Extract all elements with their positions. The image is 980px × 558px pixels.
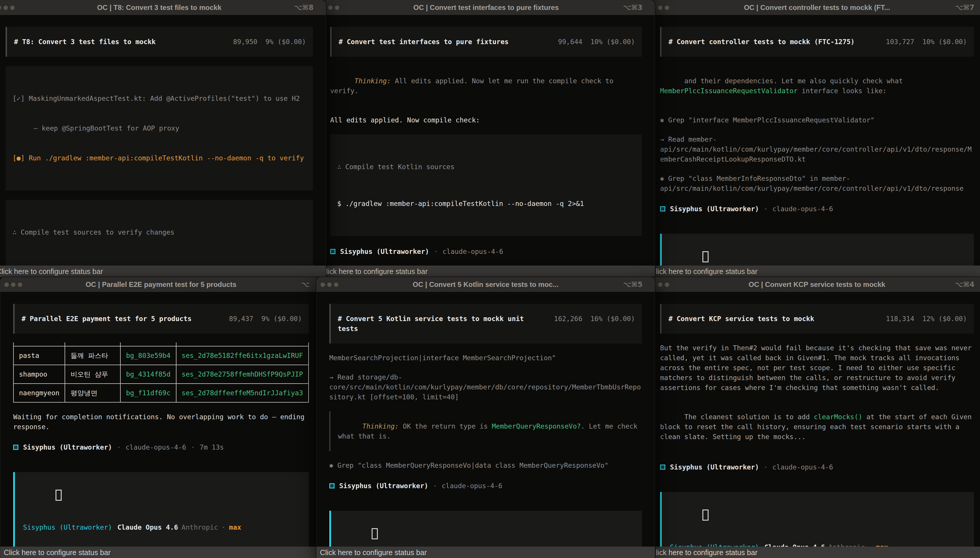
table-row: pasta 들깨 파스타 bg_803e59b4 ses_2d78e5182ff… xyxy=(13,346,309,365)
text-cursor xyxy=(56,490,62,501)
terminal-window-t8: OC | T8: Convert 3 test files to mockk ⌥… xyxy=(0,0,326,277)
window-title: OC | Parallel E2E payment test for 5 pro… xyxy=(21,281,301,289)
agent-name: Sisyphus (Ultraworker) xyxy=(340,246,429,256)
table-cell: bg_4314f85d xyxy=(120,365,176,384)
text-cursor xyxy=(372,528,378,539)
todo-active-item: [●] Run ./gradlew :member-api:compileTes… xyxy=(13,153,306,163)
close-button[interactable] xyxy=(4,282,9,287)
table-row: naengmyeon 평양냉면 bg_f11df69c ses_2d78dffe… xyxy=(13,384,309,402)
agent-status-line: Sisyphus (Ultraworker) · claude-opus-4-6 xyxy=(330,246,642,256)
terminal-window-kcp: OC | Convert KCP service tests to mockk … xyxy=(647,277,980,558)
agent-model: claude-opus-4-6 xyxy=(443,246,504,256)
session-header: # Convert KCP service tests to mockk 118… xyxy=(660,304,974,334)
window-titlebar[interactable]: OC | Convert controller tests to mockk (… xyxy=(647,0,980,15)
minimize-button[interactable] xyxy=(11,282,15,287)
input-mode-badge: max xyxy=(229,524,241,531)
token-stats: 99,644 10% ($0.00) xyxy=(558,37,635,47)
agent-model: claude-opus-4-6 xyxy=(773,204,833,214)
shell-description: ∴ Compile test sources to verify changes xyxy=(13,227,306,237)
zoom-button[interactable] xyxy=(334,282,338,287)
session-title: # Convert 5 Kotlin service tests to mock… xyxy=(338,314,530,334)
results-table: pasta 들깨 파스타 bg_803e59b4 ses_2d78e5182ff… xyxy=(13,342,309,402)
window-controls xyxy=(320,282,338,287)
minimize-button[interactable] xyxy=(328,5,333,10)
agent-name: Sisyphus (Ultraworker) xyxy=(23,442,112,452)
close-button[interactable] xyxy=(320,282,325,287)
zoom-button[interactable] xyxy=(665,282,669,287)
statusbar-config-button[interactable]: Click here to configure status bar xyxy=(317,547,655,558)
zoom-button[interactable] xyxy=(335,5,339,10)
clipped-output-line: MemberSearchProjection|interface MemberS… xyxy=(329,353,642,363)
table-cell: shampoo xyxy=(13,365,65,384)
shell-description: ∴ Compile test Kotlin sources xyxy=(337,162,635,172)
window-controls xyxy=(4,282,22,287)
prompt-input[interactable]: Sisyphus (Ultraworker)Claude Opus 4.6Ant… xyxy=(329,511,642,547)
close-button[interactable] xyxy=(0,5,1,10)
input-model: Claude Opus 4.6 xyxy=(764,543,825,547)
input-meta: Sisyphus (Ultraworker)Claude Opus 4.6Ant… xyxy=(23,522,300,532)
minimize-button[interactable] xyxy=(658,5,662,10)
zoom-button[interactable] xyxy=(10,5,15,10)
table-row-clipped xyxy=(13,342,309,346)
statusbar-config-button[interactable]: Click here to configure status bar xyxy=(317,266,655,277)
session-title: # Convert test interfaces to pure fixtur… xyxy=(339,37,509,47)
terminal-window-fixtures: OC | Convert test interfaces to pure fix… xyxy=(317,0,655,277)
window-titlebar[interactable]: OC | Parallel E2E payment test for 5 pro… xyxy=(0,277,322,292)
message-paragraph: Waiting for completion notifications. No… xyxy=(13,412,309,432)
window-titlebar[interactable]: OC | Convert test interfaces to pure fix… xyxy=(317,0,655,15)
statusbar-config-button[interactable]: Click here to configure status bar xyxy=(0,266,326,277)
statusbar-config-button[interactable]: Click here to configure status bar xyxy=(647,266,980,277)
inline-code: MemberPlccIssuanceRequestValidator xyxy=(660,87,798,95)
window-titlebar[interactable]: OC | Convert 5 Kotlin service tests to m… xyxy=(317,277,655,292)
statusbar-config-button[interactable]: Click here to configure status bar xyxy=(647,547,980,558)
table-cell: ses_2d78dffeeffeM5ndIrJJafiya3 xyxy=(176,384,309,402)
agent-model: claude-opus-4-6 xyxy=(442,481,502,491)
window-titlebar[interactable]: OC | T8: Convert 3 test files to mockk ⌥… xyxy=(0,0,326,15)
separator-dot: · xyxy=(191,442,195,452)
zoom-button[interactable] xyxy=(665,5,669,10)
prompt-input[interactable]: Sisyphus (Ultraworker)Claude Opus 4.6Ant… xyxy=(660,234,974,266)
window-titlebar[interactable]: OC | Convert KCP service tests to mockk … xyxy=(647,277,980,292)
terminal-window-service-tests: OC | Convert 5 Kotlin service tests to m… xyxy=(316,277,655,558)
minimize-button[interactable] xyxy=(658,282,662,287)
token-stats: 89,437 9% ($0.00) xyxy=(229,314,302,324)
agent-icon xyxy=(660,206,665,212)
todo-done-item: [✓] MaskingUnmarkedAspectTest.kt: Add @A… xyxy=(13,94,306,103)
input-mode-badge: max xyxy=(876,543,888,547)
window-shortcut: ⌥⌘5 xyxy=(623,281,642,289)
prompt-input[interactable]: Sisyphus (Ultraworker)Claude Opus 4.6Ant… xyxy=(660,492,974,547)
separator-dot: · xyxy=(222,524,226,531)
input-model: Claude Opus 4.6 xyxy=(117,524,178,531)
input-provider: Anthropic xyxy=(828,543,865,547)
agent-status-line: Sisyphus (Ultraworker) · claude-opus-4-6… xyxy=(13,442,309,452)
token-stats: 118,314 12% ($0.00) xyxy=(886,314,967,324)
session-title: # Convert KCP service tests to mockk xyxy=(668,314,814,324)
prompt-input[interactable]: Sisyphus (Ultraworker)Claude Opus 4.6Ant… xyxy=(13,472,309,547)
agent-status-line: Sisyphus (Ultraworker) · claude-opus-4-6 xyxy=(660,462,974,472)
agent-model: claude-opus-4-6 xyxy=(126,442,186,452)
tool-call-line: ✱ Grep "class MemberInfoResponseDto" in … xyxy=(660,174,974,194)
table-cell: ses_2d78e2758ffemhDHSfP9QsPJIP xyxy=(176,365,309,384)
agent-name: Sisyphus (Ultraworker) xyxy=(670,462,759,472)
session-title: # T8: Convert 3 test files to mockk xyxy=(14,37,156,47)
agent-status-line: Sisyphus (Ultraworker) · claude-opus-4-6 xyxy=(329,481,642,491)
zoom-button[interactable] xyxy=(18,282,22,287)
session-header: # Parallel E2E payment test for 5 produc… xyxy=(13,304,309,334)
separator-dot: · xyxy=(117,442,121,452)
input-agent-name: Sisyphus (Ultraworker) xyxy=(23,524,112,531)
input-provider: Anthropic xyxy=(181,524,218,531)
todo-done-continuation: – keep @SpringBootTest for AOP proxy xyxy=(13,123,306,133)
table-cell: bg_f11df69c xyxy=(120,384,176,402)
window-title: OC | Convert controller tests to mockk (… xyxy=(668,3,966,11)
window-shortcut: ⌥⌘8 xyxy=(294,3,314,11)
statusbar-config-button[interactable]: Click here to configure status bar xyxy=(0,547,322,558)
table-cell: bg_803e59b4 xyxy=(120,346,176,365)
separator-dot: · xyxy=(433,481,437,491)
minimize-button[interactable] xyxy=(327,282,332,287)
window-shortcut: ⌥⌘4 xyxy=(955,281,975,289)
minimize-button[interactable] xyxy=(3,5,8,10)
window-shortcut: ⌥⌘3 xyxy=(623,3,642,11)
table-cell: 평양냉면 xyxy=(65,384,120,402)
token-stats: 162,266 16% ($0.00) xyxy=(554,314,635,334)
agent-status-line: Sisyphus (Ultraworker) · claude-opus-4-6 xyxy=(660,204,974,214)
